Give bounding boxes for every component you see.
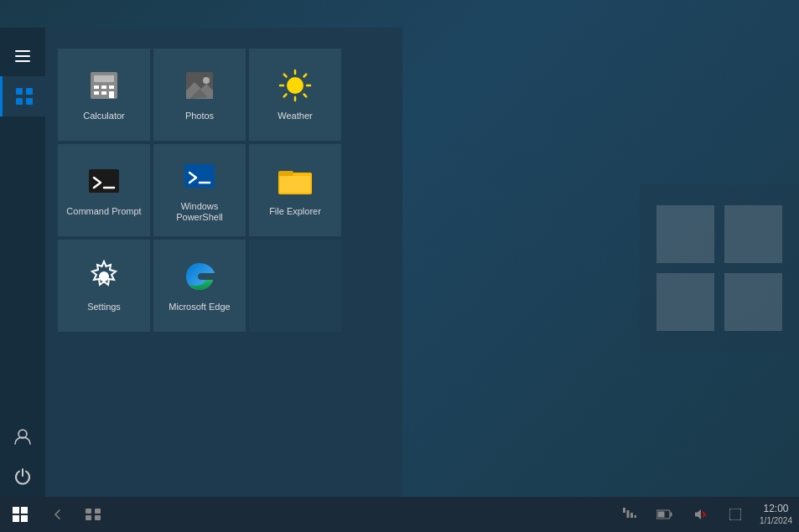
photos-tile[interactable]: Photos bbox=[153, 49, 246, 141]
file-explorer-tile[interactable]: File Explorer bbox=[249, 144, 341, 236]
weather-label: Weather bbox=[273, 111, 316, 121]
desktop: Calculator Photos bbox=[0, 0, 799, 532]
svg-point-24 bbox=[287, 77, 304, 94]
svg-line-31 bbox=[304, 75, 307, 77]
sidebar-bottom bbox=[0, 416, 45, 497]
file-explorer-label: File Explorer bbox=[265, 206, 325, 217]
volume-icon[interactable] bbox=[682, 497, 718, 532]
svg-rect-47 bbox=[630, 513, 633, 518]
svg-rect-39 bbox=[280, 176, 310, 193]
svg-point-23 bbox=[203, 77, 210, 84]
powershell-icon bbox=[181, 158, 218, 194]
notification-icon[interactable] bbox=[718, 497, 753, 532]
svg-rect-0 bbox=[656, 205, 714, 263]
command-prompt-label: Command Prompt bbox=[62, 206, 145, 217]
start-button[interactable] bbox=[0, 497, 40, 532]
svg-rect-48 bbox=[635, 515, 637, 518]
windows-watermark-area bbox=[640, 184, 799, 352]
taskbar-clock[interactable]: 12:00 1/1/2024 bbox=[753, 497, 799, 532]
svg-line-32 bbox=[284, 95, 287, 97]
microsoft-edge-tile[interactable]: Microsoft Edge bbox=[153, 240, 246, 332]
network-icon[interactable] bbox=[612, 497, 647, 532]
weather-icon bbox=[277, 67, 314, 104]
photos-icon bbox=[181, 67, 218, 104]
svg-rect-35 bbox=[184, 164, 215, 188]
calculator-icon bbox=[86, 67, 122, 104]
start-menu-sidebar bbox=[0, 28, 45, 497]
windows-icon bbox=[13, 507, 28, 522]
svg-rect-14 bbox=[94, 85, 99, 89]
svg-line-29 bbox=[284, 75, 287, 77]
settings-tile[interactable]: Settings bbox=[58, 240, 150, 332]
svg-rect-8 bbox=[26, 88, 33, 95]
svg-rect-4 bbox=[15, 50, 30, 52]
svg-rect-17 bbox=[94, 91, 99, 95]
empty-tile bbox=[249, 240, 341, 332]
clock-date: 1/1/2024 bbox=[760, 515, 792, 526]
settings-icon bbox=[86, 258, 122, 295]
clock-time: 12:00 bbox=[764, 503, 789, 516]
back-button[interactable] bbox=[40, 497, 75, 532]
microsoft-edge-icon bbox=[181, 258, 218, 295]
calculator-label: Calculator bbox=[79, 111, 129, 121]
powershell-label: Windows PowerShell bbox=[153, 201, 246, 223]
svg-rect-5 bbox=[15, 55, 30, 57]
svg-rect-1 bbox=[724, 205, 782, 263]
app-grid-area: Calculator Photos bbox=[45, 28, 402, 497]
photos-label: Photos bbox=[181, 111, 218, 121]
svg-rect-41 bbox=[86, 509, 91, 514]
sidebar-hamburger-menu[interactable] bbox=[0, 36, 45, 76]
svg-rect-13 bbox=[94, 75, 114, 82]
start-menu: Calculator Photos bbox=[0, 28, 402, 497]
svg-point-40 bbox=[99, 271, 109, 281]
svg-rect-45 bbox=[623, 508, 625, 513]
svg-rect-44 bbox=[95, 515, 101, 520]
svg-rect-10 bbox=[26, 98, 33, 105]
calculator-tile[interactable]: Calculator bbox=[58, 49, 150, 141]
weather-tile[interactable]: Weather bbox=[249, 49, 341, 141]
svg-rect-38 bbox=[278, 171, 293, 176]
tiles-grid: Calculator Photos bbox=[58, 49, 390, 332]
svg-rect-50 bbox=[671, 513, 672, 517]
command-prompt-tile[interactable]: Command Prompt bbox=[58, 144, 150, 236]
settings-label: Settings bbox=[83, 302, 125, 312]
svg-rect-18 bbox=[101, 91, 106, 95]
svg-rect-7 bbox=[16, 88, 23, 95]
svg-rect-51 bbox=[658, 512, 665, 518]
svg-rect-9 bbox=[16, 98, 23, 105]
svg-rect-33 bbox=[89, 169, 119, 193]
svg-rect-19 bbox=[109, 91, 114, 98]
microsoft-edge-label: Microsoft Edge bbox=[164, 302, 234, 312]
svg-line-30 bbox=[304, 95, 307, 97]
sidebar-all-apps[interactable] bbox=[0, 76, 45, 116]
svg-rect-15 bbox=[101, 85, 106, 89]
svg-rect-42 bbox=[95, 509, 101, 514]
powershell-tile[interactable]: Windows PowerShell bbox=[153, 144, 246, 236]
command-prompt-icon bbox=[86, 163, 122, 199]
svg-rect-2 bbox=[656, 273, 714, 331]
sidebar-power[interactable] bbox=[0, 457, 45, 497]
task-view-button[interactable] bbox=[75, 497, 111, 532]
sidebar-user-account[interactable] bbox=[0, 416, 45, 457]
taskbar-right: 12:00 1/1/2024 bbox=[612, 497, 799, 532]
svg-rect-43 bbox=[86, 515, 91, 520]
taskbar: 12:00 1/1/2024 bbox=[0, 497, 799, 532]
battery-icon[interactable] bbox=[647, 497, 682, 532]
svg-rect-53 bbox=[729, 509, 741, 520]
svg-rect-3 bbox=[724, 273, 782, 331]
file-explorer-icon bbox=[277, 163, 314, 199]
svg-rect-46 bbox=[627, 510, 630, 518]
svg-rect-16 bbox=[109, 85, 114, 89]
svg-rect-6 bbox=[15, 60, 30, 62]
